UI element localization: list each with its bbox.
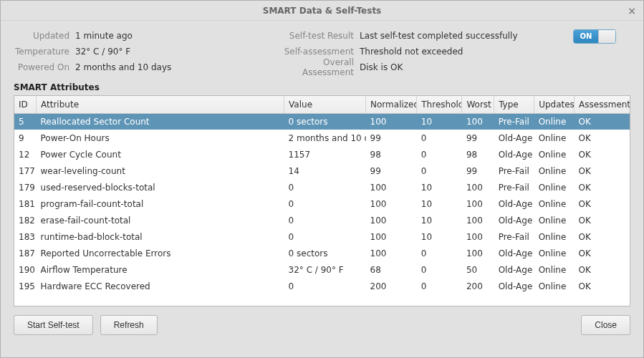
cell-upd: Online — [534, 278, 575, 294]
col-type[interactable]: Type — [494, 96, 534, 113]
refresh-button[interactable]: Refresh — [100, 315, 158, 335]
col-attribute[interactable]: Attribute — [37, 96, 284, 113]
cell-attr: erase-fail-count-total — [37, 212, 284, 228]
cell-ass: OK — [575, 146, 630, 163]
cell-worst: 99 — [462, 163, 494, 179]
cell-val: 1157 — [284, 146, 366, 163]
col-normalized[interactable]: Normalized — [366, 96, 417, 113]
cell-norm: 98 — [366, 146, 417, 163]
cell-id: 9 — [14, 130, 37, 146]
cell-upd: Online — [534, 195, 575, 212]
cell-id: 179 — [14, 179, 37, 195]
selftest-result-label: Self-test Result — [271, 31, 354, 41]
cell-val: 0 — [284, 278, 366, 294]
cell-id: 183 — [14, 228, 37, 245]
updated-label: Updated — [14, 31, 69, 41]
cell-attr: runtime-bad-block-total — [37, 228, 284, 245]
powered-on-label: Powered On — [14, 62, 69, 72]
cell-id: 195 — [14, 278, 37, 294]
temperature-value: 32° C / 90° F — [75, 47, 130, 57]
table-row[interactable]: 187Reported Uncorrectable Errors0 sector… — [14, 245, 630, 261]
cell-attr: program-fail-count-total — [37, 195, 284, 212]
temperature-label: Temperature — [14, 47, 69, 57]
col-updates[interactable]: Updates — [534, 96, 575, 113]
col-assessment[interactable]: Assessment — [575, 96, 630, 113]
cell-norm: 68 — [366, 261, 417, 278]
overall-assessment-label: Overall Assessment — [271, 57, 354, 77]
cell-norm: 100 — [366, 113, 417, 130]
toggle-knob — [598, 30, 615, 43]
cell-worst: 100 — [462, 228, 494, 245]
cell-type: Pre-Fail — [494, 179, 534, 195]
table-row[interactable]: 179used-reserved-blocks-total010010100Pr… — [14, 179, 630, 195]
table-row[interactable]: 9Power-On Hours2 months and 10 days99099… — [14, 130, 630, 146]
table-header-row: ID Attribute Value Normalized Threshold … — [14, 96, 630, 113]
cell-val: 14 — [284, 163, 366, 179]
col-id[interactable]: ID — [14, 96, 37, 113]
cell-worst: 100 — [462, 195, 494, 212]
table-row[interactable]: 177wear-leveling-count1499099Pre-FailOnl… — [14, 163, 630, 179]
cell-type: Old-Age — [494, 261, 534, 278]
cell-type: Pre-Fail — [494, 113, 534, 130]
cell-val: 0 — [284, 212, 366, 228]
cell-id: 12 — [14, 146, 37, 163]
cell-attr: Power Cycle Count — [37, 146, 284, 163]
cell-norm: 100 — [366, 195, 417, 212]
cell-ass: OK — [575, 228, 630, 245]
cell-upd: Online — [534, 130, 575, 146]
cell-worst: 200 — [462, 278, 494, 294]
cell-thr: 10 — [417, 113, 462, 130]
cell-attr: Airflow Temperature — [37, 261, 284, 278]
cell-norm: 100 — [366, 245, 417, 261]
cell-attr: Reallocated Sector Count — [37, 113, 284, 130]
cell-val: 0 — [284, 228, 366, 245]
cell-worst: 50 — [462, 261, 494, 278]
cell-val: 0 — [284, 195, 366, 212]
window-title: SMART Data & Self-Tests — [263, 6, 382, 16]
overall-assessment-value: Disk is OK — [360, 62, 403, 72]
cell-thr: 10 — [417, 179, 462, 195]
cell-norm: 99 — [366, 163, 417, 179]
table-row[interactable]: 5Reallocated Sector Count0 sectors100101… — [14, 113, 630, 130]
cell-upd: Online — [534, 179, 575, 195]
cell-ass: OK — [575, 245, 630, 261]
cell-thr: 10 — [417, 195, 462, 212]
cell-thr: 0 — [417, 163, 462, 179]
updated-value: 1 minute ago — [75, 31, 133, 41]
cell-ass: OK — [575, 278, 630, 294]
selftest-result-value: Last self-test completed successfully — [360, 31, 518, 41]
toggle-on-label: ON — [574, 30, 598, 43]
col-worst[interactable]: Worst — [462, 96, 494, 113]
attributes-table[interactable]: ID Attribute Value Normalized Threshold … — [14, 95, 630, 306]
cell-attr: used-reserved-blocks-total — [37, 179, 284, 195]
cell-ass: OK — [575, 113, 630, 130]
cell-val: 0 sectors — [284, 245, 366, 261]
cell-ass: OK — [575, 179, 630, 195]
section-title: SMART Attributes — [14, 82, 630, 92]
cell-attr: Hardware ECC Recovered — [37, 278, 284, 294]
col-value[interactable]: Value — [284, 96, 366, 113]
cell-type: Old-Age — [494, 195, 534, 212]
table-row[interactable]: 182erase-fail-count-total010010100Old-Ag… — [14, 212, 630, 228]
cell-type: Pre-Fail — [494, 228, 534, 245]
cell-ass: OK — [575, 212, 630, 228]
table-row[interactable]: 190Airflow Temperature32° C / 90° F68050… — [14, 261, 630, 278]
col-threshold[interactable]: Threshold — [417, 96, 462, 113]
cell-thr: 0 — [417, 146, 462, 163]
smart-toggle[interactable]: ON — [573, 29, 616, 44]
cell-norm: 100 — [366, 212, 417, 228]
cell-id: 182 — [14, 212, 37, 228]
cell-id: 5 — [14, 113, 37, 130]
cell-id: 187 — [14, 245, 37, 261]
cell-ass: OK — [575, 195, 630, 212]
table-row[interactable]: 181program-fail-count-total010010100Old-… — [14, 195, 630, 212]
table-row[interactable]: 183runtime-bad-block-total010010100Pre-F… — [14, 228, 630, 245]
cell-val: 32° C / 90° F — [284, 261, 366, 278]
close-button[interactable]: Close — [581, 315, 630, 335]
close-icon[interactable]: × — [628, 1, 636, 21]
table-row[interactable]: 195Hardware ECC Recovered02000200Old-Age… — [14, 278, 630, 294]
start-selftest-button[interactable]: Start Self-test — [14, 315, 93, 335]
cell-type: Old-Age — [494, 278, 534, 294]
cell-upd: Online — [534, 163, 575, 179]
table-row[interactable]: 12Power Cycle Count115798098Old-AgeOnlin… — [14, 146, 630, 163]
